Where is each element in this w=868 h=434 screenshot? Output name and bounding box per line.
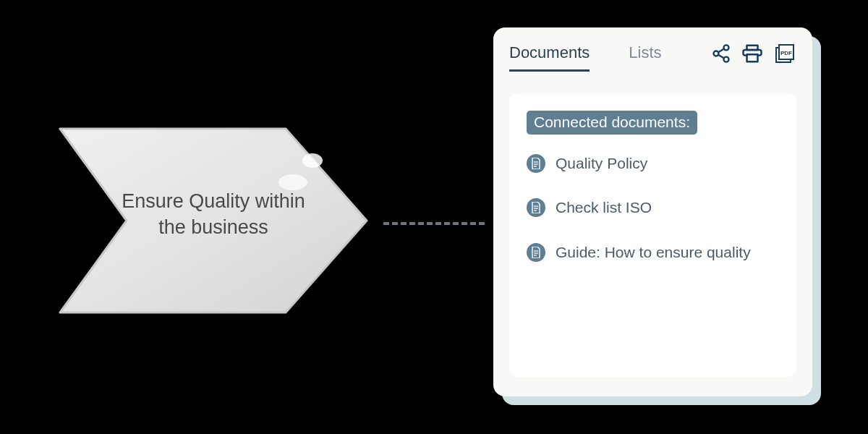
document-icon	[527, 154, 545, 173]
document-list: Quality Policy Check list ISO	[527, 153, 779, 262]
process-arrow-label: Ensure Quality within the business	[109, 188, 318, 241]
tab-lists[interactable]: Lists	[629, 43, 661, 72]
documents-card: Connected documents: Quality Policy	[509, 93, 796, 377]
svg-point-0	[302, 153, 323, 168]
list-item[interactable]: Check list ISO	[527, 197, 779, 217]
svg-line-6	[718, 55, 724, 59]
header-icons: PDF	[711, 42, 796, 65]
tab-documents[interactable]: Documents	[509, 43, 590, 72]
list-item[interactable]: Guide: How to ensure quality	[527, 242, 779, 262]
tabs: Documents Lists	[509, 43, 662, 72]
connector-line	[383, 222, 485, 225]
share-icon[interactable]	[711, 43, 731, 64]
panel-header: Documents Lists P	[509, 43, 796, 72]
document-icon	[527, 198, 545, 217]
svg-line-5	[718, 49, 724, 53]
svg-rect-8	[747, 54, 758, 61]
document-label: Check list ISO	[556, 197, 652, 217]
document-icon	[527, 243, 545, 262]
list-item[interactable]: Quality Policy	[527, 153, 779, 173]
document-label: Quality Policy	[556, 153, 647, 173]
documents-panel: Documents Lists P	[493, 27, 812, 396]
connected-documents-badge: Connected documents:	[527, 111, 697, 135]
pdf-icon[interactable]: PDF	[773, 42, 796, 65]
document-label: Guide: How to ensure quality	[556, 242, 751, 262]
svg-text:PDF: PDF	[780, 50, 792, 56]
print-icon[interactable]	[741, 43, 763, 64]
